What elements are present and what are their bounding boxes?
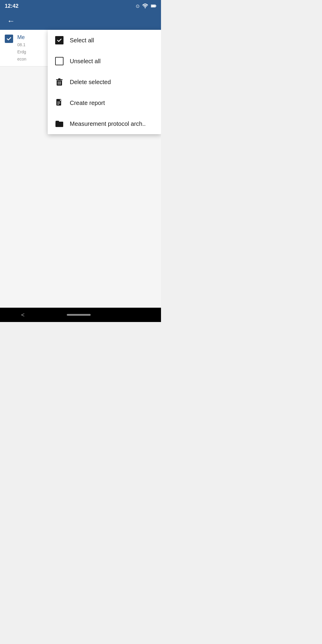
status-icons: ⊙ — [136, 3, 156, 9]
delete-selected-label: Delete selected — [70, 79, 111, 86]
folder-icon — [55, 119, 64, 128]
measurement-protocol-label: Measurement protocol arch.. — [70, 120, 146, 127]
menu-item-create-report[interactable]: Create report — [48, 92, 161, 113]
battery-icon — [151, 4, 156, 8]
create-report-label: Create report — [70, 100, 105, 106]
nav-home-pill[interactable] — [67, 314, 91, 316]
trash-icon — [55, 78, 64, 86]
menu-item-unselect-all[interactable]: Unselect all — [48, 51, 161, 72]
location-icon: ⊙ — [136, 3, 140, 9]
select-all-icon — [55, 36, 64, 45]
app-bar: ← — [0, 12, 161, 30]
menu-item-delete-selected[interactable]: Delete selected — [48, 72, 161, 92]
svg-rect-5 — [58, 78, 61, 79]
wifi-icon — [142, 4, 148, 8]
select-all-label: Select all — [70, 37, 94, 44]
unselect-all-label: Unselect all — [70, 58, 100, 65]
svg-rect-3 — [151, 5, 155, 7]
status-bar: 12:42 ⊙ — [0, 0, 161, 12]
menu-item-measurement-protocol[interactable]: Measurement protocol arch.. — [48, 113, 161, 134]
context-menu: Select all Unselect all — [48, 30, 161, 134]
svg-point-0 — [145, 8, 146, 8]
document-icon — [55, 98, 64, 107]
svg-rect-16 — [55, 122, 63, 127]
unselect-all-icon — [55, 57, 64, 66]
back-button[interactable]: ← — [5, 14, 17, 28]
svg-rect-4 — [56, 79, 63, 80]
nav-back-button[interactable]: < — [21, 312, 25, 318]
svg-rect-2 — [156, 5, 156, 7]
menu-item-select-all[interactable]: Select all — [48, 30, 161, 51]
status-time: 12:42 — [5, 3, 18, 9]
nav-bar: < — [0, 308, 161, 322]
main-content: Me 08.1 Erdg econ Select all — [0, 30, 161, 308]
